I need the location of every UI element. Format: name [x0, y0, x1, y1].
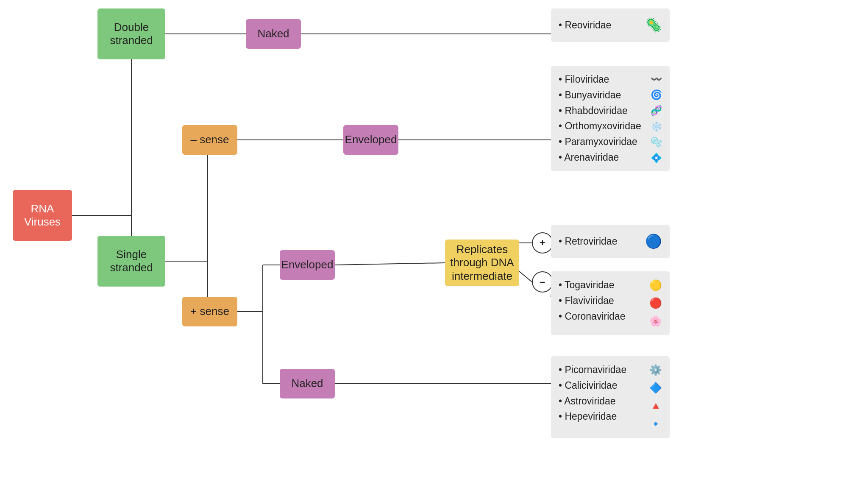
filo-icon: 〰️ [651, 72, 662, 86]
enveloped-plus-box: Enveloped [280, 250, 335, 280]
double-stranded-box: Double stranded [97, 8, 165, 59]
single-stranded-label: Single stranded [103, 248, 160, 274]
minus-sense-label: – sense [190, 133, 229, 146]
naked-top-box: Naked [246, 19, 301, 49]
svg-line-18 [519, 271, 532, 282]
reoviridae-icon: 🦠 [645, 14, 662, 36]
naked-bottom-box: Naked [280, 369, 335, 398]
arena-icon: 💠 [651, 150, 662, 165]
corona-icon: 🌸 [649, 313, 662, 329]
arena-entry: • Arenaviridae [559, 150, 646, 165]
astro-entry: • Astroviridae [559, 393, 645, 409]
enveloped-minus-label: Enveloped [345, 133, 397, 146]
plus-sense-label: + sense [190, 305, 229, 318]
reoviridae-text: • Reoviridae [559, 17, 611, 33]
naked-plus-content: • Picornaviridae • Caliciviridae • Astro… [559, 362, 662, 432]
double-stranded-label: Double stranded [103, 21, 160, 47]
rhabdo-icon: 🧬 [651, 103, 662, 118]
outcome-naked-plus-group: • Picornaviridae • Caliciviridae • Astro… [551, 356, 670, 438]
circle-plus-label: + [540, 237, 545, 248]
astro-icon: 🔺 [649, 398, 662, 414]
para-entry: • Paramyxoviridae [559, 134, 646, 150]
flavi-entry: • Flaviviridae [559, 293, 645, 309]
enveloped-plus-label: Enveloped [281, 258, 334, 271]
minus-sense-box: – sense [182, 125, 237, 155]
rhabdo-entry: • Rhabdoviridae [559, 103, 646, 119]
calici-entry: • Caliciviridae [559, 378, 645, 393]
ortho-icon: ❄️ [651, 119, 662, 134]
enveloped-minus-box: Enveloped [343, 125, 398, 155]
toga-text: • Togaviridae • Flaviviridae • Coronavir… [559, 277, 645, 329]
hepe-entry: • Hepeviridae [559, 409, 645, 424]
toga-content: • Togaviridae • Flaviviridae • Coronavir… [559, 277, 662, 329]
replicates-label: Replicates through DNA intermediate [450, 243, 514, 283]
bunya-icon: 🌀 [651, 87, 662, 102]
minus-group-content: • Filoviridae • Bunyaviridae • Rhabdovir… [559, 72, 662, 165]
outcome-reoviridae: • Reoviridae 🦠 [551, 8, 670, 42]
ortho-entry: • Orthomyxoviridae [559, 118, 646, 134]
outcome-toga-group: • Togaviridae • Flaviviridae • Coronavir… [551, 271, 670, 335]
toga-icons: 🟡 🔴 🌸 [649, 277, 662, 329]
bunya-entry: • Bunyaviridae [559, 87, 646, 103]
minus-group-text: • Filoviridae • Bunyaviridae • Rhabdovir… [559, 72, 646, 165]
single-stranded-box: Single stranded [97, 236, 165, 287]
naked-top-label: Naked [257, 27, 289, 40]
circle-plus-node: + [532, 232, 553, 254]
retro-text: • Retroviridae [559, 234, 617, 249]
diagram: RNA Viruses Double stranded Single stran… [0, 0, 868, 482]
outcome-minus-group: • Filoviridae • Bunyaviridae • Rhabdovir… [551, 66, 670, 171]
flavi-icon: 🔴 [649, 295, 662, 311]
hepe-icon: 🔹 [649, 416, 662, 432]
rna-viruses-label: RNA Viruses [18, 202, 67, 228]
toga-entry: • Togaviridae [559, 277, 645, 293]
retro-icon: 🔵 [645, 231, 662, 252]
rna-viruses-box: RNA Viruses [13, 190, 72, 241]
picorna-icon: ⚙️ [649, 362, 662, 378]
naked-plus-icons: ⚙️ 🔷 🔺 🔹 [649, 362, 662, 432]
plus-sense-box: + sense [182, 297, 237, 326]
svg-line-16 [335, 263, 445, 265]
paramyxo-icon: 🫧 [651, 135, 662, 150]
naked-plus-text: • Picornaviridae • Caliciviridae • Astro… [559, 362, 645, 432]
toga-icon: 🟡 [649, 277, 662, 293]
filo-entry: • Filoviridae [559, 72, 646, 87]
circle-minus-node: – [532, 271, 553, 293]
replicates-box: Replicates through DNA intermediate [445, 240, 519, 286]
reoviridae-entry: • Reoviridae 🦠 [559, 14, 662, 36]
picorna-entry: • Picornaviridae [559, 362, 645, 378]
calici-icon: 🔷 [649, 380, 662, 396]
outcome-retroviridae: • Retroviridae 🔵 [551, 225, 670, 258]
corona-entry: • Coronaviridae [559, 309, 645, 324]
retro-content: • Retroviridae 🔵 [559, 231, 662, 252]
circle-minus-label: – [540, 276, 545, 287]
naked-bottom-label: Naked [291, 377, 323, 390]
minus-group-icons: 〰️ 🌀 🧬 ❄️ 🫧 💠 [651, 72, 662, 165]
